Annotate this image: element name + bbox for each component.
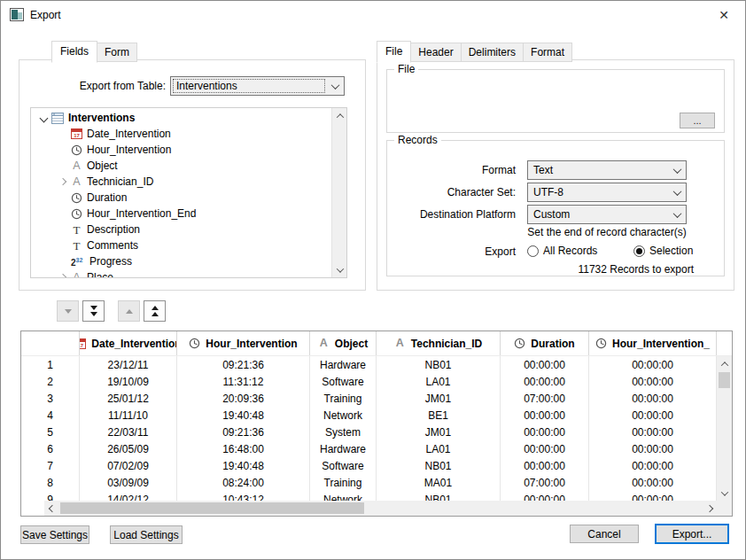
- records-row-format: FormatText: [387, 160, 724, 180]
- tree-scrollbar[interactable]: [331, 108, 346, 277]
- tab-file[interactable]: File: [377, 41, 411, 63]
- table-row[interactable]: 522/03/1109:21:36SystemJM0100:00:0000:00…: [21, 424, 717, 440]
- tree-item-description[interactable]: TDescription: [31, 222, 331, 237]
- table-cell: 00:00:00: [589, 373, 717, 390]
- table-cell: MA01: [377, 474, 501, 491]
- format-select[interactable]: Text: [527, 160, 687, 180]
- window-title: Export: [30, 9, 61, 21]
- table-cell: 00:00:00: [589, 491, 717, 501]
- radio-icon[interactable]: [527, 245, 539, 257]
- browse-button[interactable]: ...: [680, 113, 715, 128]
- character-set-select[interactable]: UTF-8: [527, 183, 687, 202]
- tab-fields[interactable]: Fields: [51, 41, 97, 63]
- column-header-object[interactable]: AObject: [310, 331, 377, 355]
- table-cell: 00:00:00: [501, 424, 589, 440]
- tree-item-comments[interactable]: TComments: [31, 237, 331, 253]
- column-header-hour-intervention[interactable]: Hour_Intervention: [177, 331, 310, 355]
- scroll-up-icon[interactable]: [717, 356, 732, 371]
- table-cell: System: [310, 424, 377, 440]
- table-cell: 6: [21, 440, 80, 457]
- double-arrow-down-button[interactable]: [82, 300, 105, 322]
- preview-table: 17Date_InterventionHour_InterventionAObj…: [20, 331, 733, 517]
- table-cell: 9: [21, 491, 80, 501]
- tree-item-label: Progress: [89, 255, 132, 268]
- table-cell: 07:00:00: [501, 390, 589, 407]
- table-cell: 4: [21, 407, 80, 424]
- tree-item-technician-id[interactable]: ATechnician_ID: [31, 174, 331, 190]
- table-row[interactable]: 411/11/1019:40:48NetworkBE100:00:0000:00…: [21, 407, 717, 424]
- export-label: Export: [387, 245, 516, 258]
- cancel-button[interactable]: Cancel: [570, 525, 639, 543]
- table-cell: 03/09/09: [80, 474, 177, 491]
- table-row[interactable]: 914/02/1210:43:12NetworkNB0100:00:0000:0…: [21, 491, 717, 501]
- clock-icon: [595, 338, 607, 349]
- field-label: Character Set:: [387, 186, 516, 198]
- calendar-icon: 17: [80, 338, 86, 349]
- export-button[interactable]: Export...: [655, 524, 729, 544]
- scroll-left-icon[interactable]: [44, 501, 59, 516]
- tree-item-hour-intervention-end[interactable]: Hour_Intervention_End: [31, 206, 331, 222]
- tree-root-label: Interventions: [68, 112, 135, 124]
- table-cell: 00:00:00: [589, 424, 717, 440]
- tree-item-object[interactable]: AObject: [31, 158, 331, 174]
- column-header-hour-intervention[interactable]: Hour_Intervention_: [589, 331, 717, 355]
- table-row[interactable]: 325/01/1220:09:36TrainingJM0107:00:0000:…: [21, 390, 717, 407]
- radio-selection[interactable]: Selection: [633, 245, 693, 257]
- table-cell: NB01: [377, 356, 501, 373]
- records-row-destination-platform: Destination PlatformCustom: [387, 205, 724, 224]
- destination-platform-select[interactable]: Custom: [527, 205, 687, 224]
- tab-delimiters[interactable]: Delimiters: [461, 43, 524, 62]
- vertical-scroll-thumb[interactable]: [719, 372, 730, 388]
- table-cell: 07/02/09: [80, 457, 177, 474]
- scroll-up-icon[interactable]: [332, 108, 347, 123]
- tree-item-progress[interactable]: 232Progress: [31, 253, 331, 269]
- chevron-right-icon[interactable]: [59, 274, 66, 277]
- table-select[interactable]: Interventions: [170, 76, 345, 96]
- scroll-right-icon[interactable]: [702, 501, 717, 516]
- horizontal-scrollbar[interactable]: [44, 501, 717, 516]
- scroll-down-icon[interactable]: [717, 486, 732, 501]
- tree-item-place[interactable]: APlace: [31, 269, 331, 277]
- alpha-icon: A: [394, 338, 406, 349]
- save-settings-button[interactable]: Save Settings: [20, 525, 89, 544]
- table-cell: Network: [310, 491, 377, 501]
- radio-icon[interactable]: [633, 245, 645, 257]
- table-cell: BE1: [377, 407, 501, 424]
- tree-root-interventions[interactable]: Interventions: [31, 110, 331, 126]
- column-header-date-intervention[interactable]: 17Date_Intervention: [80, 331, 177, 355]
- table-cell: 00:00:00: [501, 356, 589, 373]
- scroll-down-icon[interactable]: [332, 262, 347, 277]
- chevron-down-icon[interactable]: [39, 113, 48, 122]
- table-row[interactable]: 707/02/0919:40:48SoftwareNB0100:00:0000:…: [21, 457, 717, 474]
- arrow-up-button: [118, 300, 140, 322]
- double-arrow-up-button[interactable]: [144, 300, 166, 322]
- column-header-duration[interactable]: Duration: [501, 331, 589, 355]
- tab-format[interactable]: Format: [523, 43, 572, 62]
- tree-item-label: Hour_Intervention_End: [87, 207, 196, 220]
- close-icon[interactable]: ✕: [710, 4, 738, 26]
- column-header-rownum[interactable]: [21, 331, 80, 355]
- radio-all-records[interactable]: All Records: [527, 245, 597, 257]
- records-row-character-set: Character Set:UTF-8: [387, 183, 724, 202]
- column-header-technician-id[interactable]: ATechnician_ID: [377, 331, 501, 355]
- table-cell: Software: [310, 457, 377, 474]
- table-cell: JM01: [377, 390, 501, 407]
- table-cell: 00:00:00: [501, 440, 589, 457]
- tab-header[interactable]: Header: [410, 43, 461, 62]
- field-label: Format: [387, 164, 516, 176]
- load-settings-button[interactable]: Load Settings: [110, 525, 183, 544]
- table-row[interactable]: 626/05/0916:48:00HardwareLA0100:00:0000:…: [21, 440, 717, 457]
- tree-item-date-intervention[interactable]: 17Date_Intervention: [31, 126, 331, 142]
- table-cell: 22/03/11: [80, 424, 177, 440]
- horizontal-scroll-thumb[interactable]: [60, 502, 364, 514]
- tree-item-duration[interactable]: Duration: [31, 190, 331, 206]
- alpha-icon: A: [71, 272, 82, 278]
- table-row[interactable]: 219/10/0911:31:12SoftwareLA0100:00:0000:…: [21, 373, 717, 390]
- table-row[interactable]: 123/12/1109:21:36HardwareNB0100:00:0000:…: [21, 356, 717, 373]
- tree-item-hour-intervention[interactable]: Hour_Intervention: [31, 142, 331, 158]
- vertical-scrollbar[interactable]: [717, 356, 732, 501]
- chevron-right-icon[interactable]: [59, 178, 66, 185]
- table-row[interactable]: 803/09/0908:24:00TrainingMA0107:00:0000:…: [21, 474, 717, 491]
- clock-icon: [71, 144, 82, 156]
- tab-form[interactable]: Form: [97, 43, 137, 62]
